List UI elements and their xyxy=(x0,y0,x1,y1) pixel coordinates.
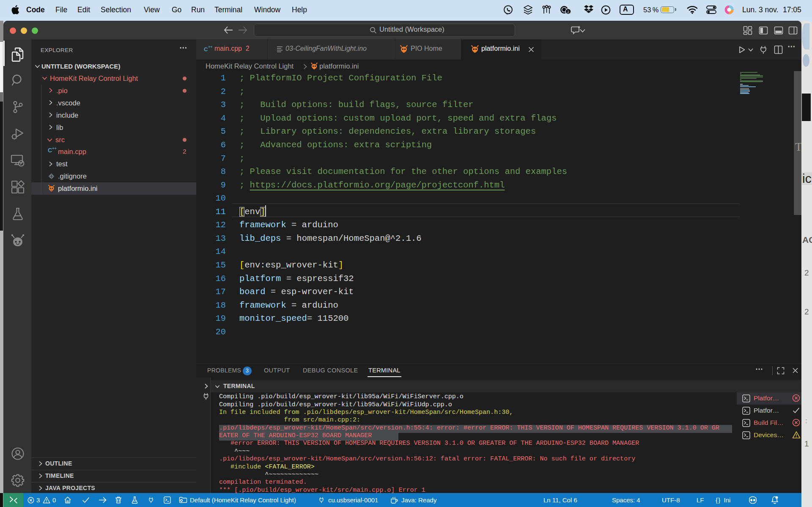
svg-text:2: 2 xyxy=(567,9,569,14)
